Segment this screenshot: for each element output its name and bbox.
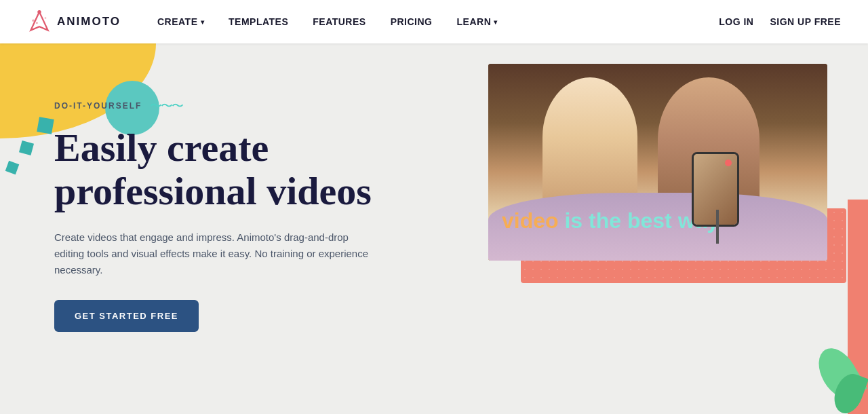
svg-point-2 (32, 19, 35, 22)
logo[interactable]: ANIMOTO (27, 10, 121, 34)
nav-item-templates[interactable]: TEMPLATES (219, 11, 298, 33)
hero-title: Easily create professional videos (54, 126, 380, 213)
nav-item-pricing[interactable]: PRICING (381, 11, 442, 33)
cta-get-started-button[interactable]: GET STARTED FREE (54, 300, 199, 332)
tripod (716, 210, 719, 244)
nav-item-features[interactable]: FEATURES (303, 11, 375, 33)
record-indicator (725, 159, 732, 166)
nav-item-create[interactable]: CREATE ▾ (148, 11, 214, 33)
phone-device (692, 152, 739, 227)
hero-description: Create videos that engage and impress. A… (54, 229, 380, 278)
diy-label-area: DO-IT-YOURSELF 〜〜〜 (54, 98, 380, 114)
deco-teal-rect2 (19, 140, 34, 155)
chevron-down-icon: ▾ (494, 18, 498, 26)
logo-icon (27, 10, 52, 34)
nav-links: CREATE ▾ TEMPLATES FEATURES PRICING LEAR… (148, 11, 719, 33)
navbar: ANIMOTO CREATE ▾ TEMPLATES FEATURES PRIC… (0, 0, 868, 43)
deco-teal-rect3 (5, 161, 20, 175)
nav-item-learn[interactable]: LEARN ▾ (448, 11, 507, 33)
hero-video-thumbnail: video is the best way (488, 64, 827, 261)
signup-button[interactable]: SIGN UP FREE (770, 16, 841, 27)
diy-label-text: DO-IT-YOURSELF (54, 101, 142, 111)
hero-image-area: video is the best way (488, 64, 841, 264)
hero-content: DO-IT-YOURSELF 〜〜〜 Easily create profess… (54, 98, 380, 332)
wavy-decoration: 〜〜〜 (150, 98, 182, 114)
leaf-decoration (822, 346, 863, 414)
hero-section: DO-IT-YOURSELF 〜〜〜 Easily create profess… (0, 43, 868, 414)
svg-point-4 (36, 22, 38, 24)
svg-point-1 (37, 10, 41, 14)
logo-text: ANIMOTO (57, 15, 121, 29)
svg-point-3 (45, 17, 47, 19)
overlay-word1: video (502, 208, 559, 233)
video-overlay-text: video is the best way (502, 208, 814, 233)
chevron-down-icon: ▾ (201, 18, 205, 26)
login-button[interactable]: LOG IN (719, 16, 753, 27)
deco-teal-rect1 (37, 117, 54, 134)
nav-right: LOG IN SIGN UP FREE (719, 16, 841, 27)
hero-image-container: video is the best way (488, 64, 827, 264)
video-overlay: video is the best way (502, 208, 814, 233)
